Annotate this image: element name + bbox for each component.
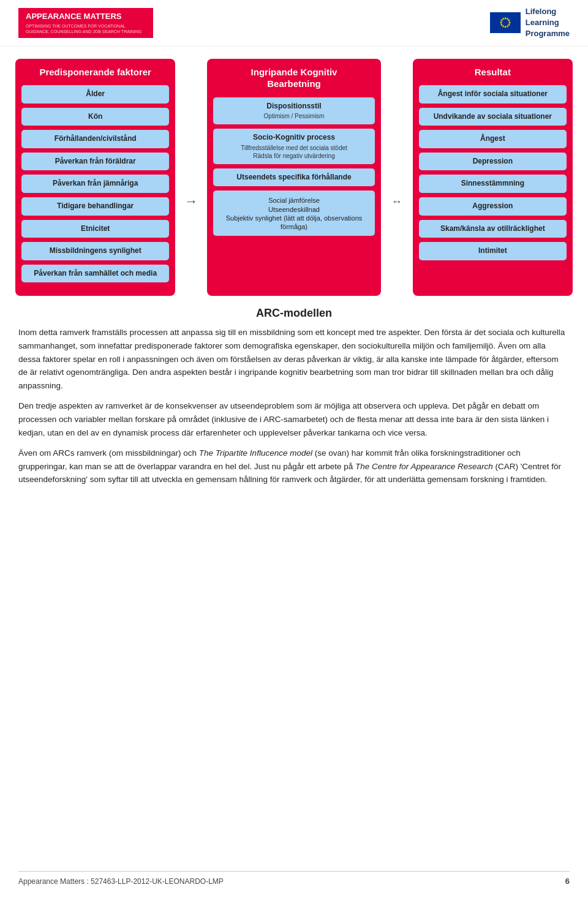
header: APPEARANCE MATTERS Optimising the outcom… bbox=[0, 0, 588, 47]
paragraph-2: Den tredje aspekten av ramverket är de k… bbox=[18, 399, 570, 439]
arc-diagram: Predisponerande faktorer Ålder Kön Förhå… bbox=[15, 59, 573, 296]
col2-title: Ingripande KognitivBearbetning bbox=[213, 66, 374, 90]
footer: Appearance Matters : 527463-LLP-2012-UK-… bbox=[18, 871, 570, 886]
box-tidigare: Tidigare behandlingar bbox=[21, 197, 169, 216]
col3-title: Resultat bbox=[419, 66, 567, 78]
logo-title: APPEARANCE MATTERS bbox=[26, 12, 146, 22]
arrow2: ↔ bbox=[386, 59, 408, 296]
col-predisposing: Predisponerande faktorer Ålder Kön Förhå… bbox=[15, 59, 175, 296]
eu-flag-icon bbox=[490, 12, 521, 33]
svg-rect-0 bbox=[490, 12, 521, 33]
footer-page: 6 bbox=[565, 877, 570, 886]
box-kon: Kön bbox=[21, 108, 169, 126]
box-socio-kognitiv: Socio-Kognitiv process Tillfredsställels… bbox=[213, 129, 374, 164]
right-arrow-icon: → bbox=[184, 194, 198, 209]
box-sinnesstammning: Sinnesstämmning bbox=[419, 175, 567, 193]
paragraph-1: Inom detta ramverk framställs processen … bbox=[18, 326, 570, 392]
llp-text: LifelongLearningProgramme bbox=[526, 6, 570, 40]
arrow1: → bbox=[180, 59, 202, 296]
box-angest-sociala: Ångest inför sociala situationer bbox=[419, 85, 567, 104]
box-angest: Ångest bbox=[419, 130, 567, 148]
box-paverkan-jamnaring: Påverkan från jämnåriga bbox=[21, 175, 169, 193]
logo-tagline: Optimising the outcomes for vocational g… bbox=[26, 23, 146, 34]
box-forhallanden: Förhållanden/civilstånd bbox=[21, 130, 169, 148]
appearance-matters-logo: APPEARANCE MATTERS Optimising the outcom… bbox=[18, 8, 153, 38]
box-social-jämförelse: Social jämförelseUtseendeskillnadSubjekt… bbox=[213, 191, 374, 235]
llp-logo: LifelongLearningProgramme bbox=[490, 6, 570, 40]
box-aggression: Aggression bbox=[419, 197, 567, 216]
col1-title: Predisponerande faktorer bbox=[21, 66, 169, 78]
box-dispositionsstil: Dispositionsstil Optimism / Pessimism bbox=[213, 97, 374, 125]
box-depression: Depression bbox=[419, 153, 567, 171]
arc-title: ARC-modellen bbox=[0, 307, 588, 320]
box-undvikande: Undvikande av sociala situationer bbox=[419, 108, 567, 126]
box-utseendets: Utseendets specifika förhållande bbox=[213, 168, 374, 187]
double-arrow-icon: ↔ bbox=[391, 195, 402, 208]
box-missbildning: Missbildningens synlighet bbox=[21, 242, 169, 260]
box-paverkan-foraldrar: Påverkan från föräldrar bbox=[21, 153, 169, 171]
body-text: Inom detta ramverk framställs processen … bbox=[18, 326, 570, 486]
footer-citation: Appearance Matters : 527463-LLP-2012-UK-… bbox=[18, 877, 224, 886]
box-etnicitet: Etnicitet bbox=[21, 220, 169, 238]
box-skam: Skam/känsla av otillräcklighet bbox=[419, 220, 567, 238]
col-results: Resultat Ångest inför sociala situatione… bbox=[413, 59, 573, 296]
col-cognitive: Ingripande KognitivBearbetning Dispositi… bbox=[207, 59, 380, 296]
box-alder: Ålder bbox=[21, 85, 169, 104]
box-intimitet: Intimitet bbox=[419, 242, 567, 260]
paragraph-3: Även om ARCs ramverk (om missbildningar)… bbox=[18, 447, 570, 486]
box-samhallet: Påverkan från samhället och media bbox=[21, 265, 169, 283]
